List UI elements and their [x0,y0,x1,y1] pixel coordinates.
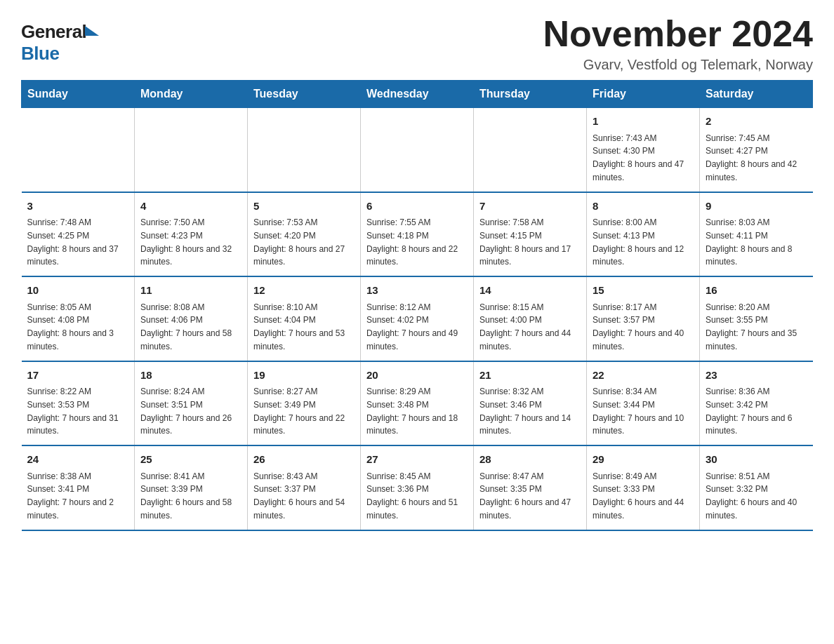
day-info-text: Sunrise: 8:27 AMSunset: 3:49 PMDaylight:… [253,387,345,436]
calendar-day-cell: 29Sunrise: 8:49 AMSunset: 3:33 PMDayligh… [587,445,700,530]
day-info-text: Sunrise: 8:22 AMSunset: 3:53 PMDaylight:… [27,387,119,436]
day-number: 30 [706,452,807,468]
day-number: 8 [593,199,694,215]
calendar-day-cell: 4Sunrise: 7:50 AMSunset: 4:23 PMDaylight… [135,192,248,277]
day-number: 23 [706,368,807,384]
calendar-day-cell: 30Sunrise: 8:51 AMSunset: 3:32 PMDayligh… [700,445,813,530]
calendar-day-cell: 17Sunrise: 8:22 AMSunset: 3:53 PMDayligh… [22,361,135,446]
day-info-text: Sunrise: 8:08 AMSunset: 4:06 PMDaylight:… [140,302,232,351]
calendar-week-row: 1Sunrise: 7:43 AMSunset: 4:30 PMDaylight… [22,108,813,192]
calendar-day-cell: 23Sunrise: 8:36 AMSunset: 3:42 PMDayligh… [700,361,813,446]
calendar-day-cell: 10Sunrise: 8:05 AMSunset: 4:08 PMDayligh… [22,276,135,361]
calendar-day-cell: 24Sunrise: 8:38 AMSunset: 3:41 PMDayligh… [22,445,135,530]
calendar-day-cell [135,108,248,192]
day-info-text: Sunrise: 8:15 AMSunset: 4:00 PMDaylight:… [479,302,571,351]
calendar-day-cell: 8Sunrise: 8:00 AMSunset: 4:13 PMDaylight… [587,192,700,277]
calendar-day-cell [248,108,361,192]
day-info-text: Sunrise: 8:38 AMSunset: 3:41 PMDaylight:… [27,471,114,521]
day-info-text: Sunrise: 8:41 AMSunset: 3:39 PMDaylight:… [140,471,232,521]
calendar-day-cell: 28Sunrise: 8:47 AMSunset: 3:35 PMDayligh… [474,445,587,530]
day-number: 12 [253,283,355,299]
day-number: 17 [27,368,129,384]
day-number: 25 [140,452,241,468]
day-of-week-header: Friday [587,81,700,108]
day-number: 28 [479,452,581,468]
day-info-text: Sunrise: 8:29 AMSunset: 3:48 PMDaylight:… [366,387,458,436]
calendar-day-cell [361,108,474,192]
day-number: 4 [140,199,241,215]
calendar-day-cell: 16Sunrise: 8:20 AMSunset: 3:55 PMDayligh… [700,276,813,361]
day-number: 1 [593,114,694,130]
day-number: 21 [479,368,581,384]
day-number: 19 [253,368,355,384]
calendar-day-cell: 12Sunrise: 8:10 AMSunset: 4:04 PMDayligh… [248,276,361,361]
calendar-week-row: 17Sunrise: 8:22 AMSunset: 3:53 PMDayligh… [22,361,813,446]
day-info-text: Sunrise: 8:05 AMSunset: 4:08 PMDaylight:… [27,302,114,351]
day-number: 22 [593,368,694,384]
day-info-text: Sunrise: 8:20 AMSunset: 3:55 PMDaylight:… [706,302,797,351]
day-number: 7 [479,199,581,215]
calendar-day-cell [22,108,135,192]
day-number: 29 [593,452,694,468]
logo: General Blue [21,21,99,65]
calendar-day-cell: 15Sunrise: 8:17 AMSunset: 3:57 PMDayligh… [587,276,700,361]
title-area: November 2024 Gvarv, Vestfold og Telemar… [543,14,813,73]
day-number: 3 [27,199,129,215]
calendar-header-row: SundayMondayTuesdayWednesdayThursdayFrid… [22,81,813,108]
day-number: 2 [706,114,807,130]
day-number: 5 [253,199,355,215]
calendar-day-cell: 5Sunrise: 7:53 AMSunset: 4:20 PMDaylight… [248,192,361,277]
day-info-text: Sunrise: 8:49 AMSunset: 3:33 PMDaylight:… [593,471,684,521]
day-info-text: Sunrise: 7:53 AMSunset: 4:20 PMDaylight:… [253,217,345,267]
calendar-day-cell: 19Sunrise: 8:27 AMSunset: 3:49 PMDayligh… [248,361,361,446]
day-info-text: Sunrise: 7:45 AMSunset: 4:27 PMDaylight:… [706,133,797,182]
calendar-day-cell: 22Sunrise: 8:34 AMSunset: 3:44 PMDayligh… [587,361,700,446]
day-number: 13 [366,283,468,299]
day-of-week-header: Wednesday [361,81,474,108]
calendar-day-cell: 18Sunrise: 8:24 AMSunset: 3:51 PMDayligh… [135,361,248,446]
day-info-text: Sunrise: 8:47 AMSunset: 3:35 PMDaylight:… [479,471,571,521]
day-info-text: Sunrise: 8:45 AMSunset: 3:36 PMDaylight:… [366,471,458,521]
day-info-text: Sunrise: 8:51 AMSunset: 3:32 PMDaylight:… [706,471,797,521]
day-info-text: Sunrise: 8:36 AMSunset: 3:42 PMDaylight:… [706,387,792,436]
day-info-text: Sunrise: 7:55 AMSunset: 4:18 PMDaylight:… [366,217,458,267]
day-number: 6 [366,199,468,215]
day-of-week-header: Saturday [700,81,813,108]
day-of-week-header: Tuesday [248,81,361,108]
day-info-text: Sunrise: 8:43 AMSunset: 3:37 PMDaylight:… [253,471,345,521]
day-info-text: Sunrise: 7:50 AMSunset: 4:23 PMDaylight:… [140,217,232,267]
logo-arrow-icon [85,26,99,36]
day-info-text: Sunrise: 7:48 AMSunset: 4:25 PMDaylight:… [27,217,119,267]
day-info-text: Sunrise: 8:32 AMSunset: 3:46 PMDaylight:… [479,387,571,436]
day-info-text: Sunrise: 7:58 AMSunset: 4:15 PMDaylight:… [479,217,571,267]
header: General Blue November 2024 Gvarv, Vestfo… [21,14,813,73]
day-number: 10 [27,283,129,299]
day-info-text: Sunrise: 8:34 AMSunset: 3:44 PMDaylight:… [593,387,684,436]
day-number: 18 [140,368,241,384]
day-of-week-header: Thursday [474,81,587,108]
day-number: 20 [366,368,468,384]
calendar-day-cell: 9Sunrise: 8:03 AMSunset: 4:11 PMDaylight… [700,192,813,277]
day-info-text: Sunrise: 8:03 AMSunset: 4:11 PMDaylight:… [706,217,792,267]
calendar-day-cell: 7Sunrise: 7:58 AMSunset: 4:15 PMDaylight… [474,192,587,277]
day-info-text: Sunrise: 7:43 AMSunset: 4:30 PMDaylight:… [593,133,684,182]
calendar-day-cell: 11Sunrise: 8:08 AMSunset: 4:06 PMDayligh… [135,276,248,361]
day-info-text: Sunrise: 8:24 AMSunset: 3:51 PMDaylight:… [140,387,232,436]
location-title: Gvarv, Vestfold og Telemark, Norway [543,57,813,73]
calendar-day-cell: 13Sunrise: 8:12 AMSunset: 4:02 PMDayligh… [361,276,474,361]
day-number: 15 [593,283,694,299]
calendar-week-row: 3Sunrise: 7:48 AMSunset: 4:25 PMDaylight… [22,192,813,277]
day-of-week-header: Monday [135,81,248,108]
logo-general-text: General [21,21,86,43]
calendar-day-cell: 20Sunrise: 8:29 AMSunset: 3:48 PMDayligh… [361,361,474,446]
day-info-text: Sunrise: 8:17 AMSunset: 3:57 PMDaylight:… [593,302,684,351]
calendar-day-cell: 25Sunrise: 8:41 AMSunset: 3:39 PMDayligh… [135,445,248,530]
day-info-text: Sunrise: 8:10 AMSunset: 4:04 PMDaylight:… [253,302,345,351]
day-info-text: Sunrise: 8:12 AMSunset: 4:02 PMDaylight:… [366,302,458,351]
month-title: November 2024 [543,14,813,54]
day-number: 16 [706,283,807,299]
day-number: 11 [140,283,241,299]
logo-blue-text: Blue [21,43,59,65]
calendar-day-cell: 2Sunrise: 7:45 AMSunset: 4:27 PMDaylight… [700,108,813,192]
calendar-week-row: 10Sunrise: 8:05 AMSunset: 4:08 PMDayligh… [22,276,813,361]
